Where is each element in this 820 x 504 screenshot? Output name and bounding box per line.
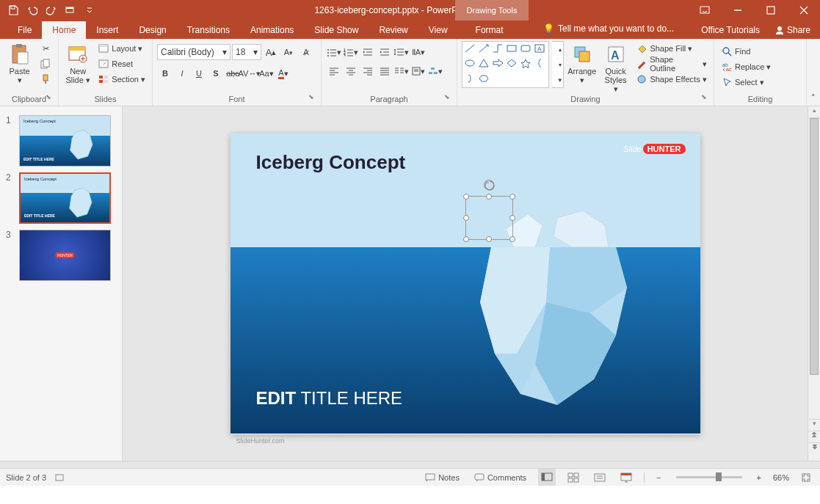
tab-home[interactable]: Home: [42, 21, 86, 39]
font-dialog-launcher[interactable]: ⬊: [308, 93, 319, 103]
char-spacing-button[interactable]: AV↔▾: [242, 65, 258, 81]
reset-button[interactable]: Reset: [95, 56, 148, 71]
qat-customize-button[interactable]: [81, 1, 98, 19]
line-spacing-button[interactable]: ▾: [393, 44, 410, 60]
resize-handle-n[interactable]: [486, 194, 492, 200]
scroll-thumb[interactable]: [810, 118, 819, 375]
slideshow-view-button[interactable]: [617, 469, 635, 486]
vertical-scrollbar[interactable]: ▴ ▾ ⯭ ⯯: [808, 106, 820, 461]
tab-format[interactable]: Format: [465, 21, 514, 39]
resize-handle-se[interactable]: [509, 236, 515, 242]
undo-button[interactable]: [23, 1, 41, 19]
tab-file[interactable]: File: [7, 21, 42, 39]
increase-indent-button[interactable]: [377, 44, 393, 60]
tab-transitions[interactable]: Transitions: [177, 21, 240, 39]
resize-handle-ne[interactable]: [509, 194, 515, 200]
resize-handle-e[interactable]: [509, 215, 515, 221]
sorter-view-button[interactable]: [565, 469, 582, 486]
office-tutorials-link[interactable]: Office Tutorials: [701, 25, 760, 35]
find-button[interactable]: Find: [719, 44, 802, 59]
clear-formatting-button[interactable]: A̷: [298, 44, 314, 60]
layout-button[interactable]: Layout ▾: [95, 41, 148, 56]
font-color-button[interactable]: A▾: [275, 65, 291, 81]
fit-to-window-button[interactable]: [798, 469, 814, 486]
numbering-button[interactable]: 123▾: [343, 44, 359, 60]
normal-view-button[interactable]: [538, 469, 556, 486]
slide-thumbnail-2[interactable]: Iceberg ConceptEDIT TITLE HERE: [19, 172, 111, 224]
language-indicator[interactable]: [55, 473, 64, 482]
tell-me-search[interactable]: 💡Tell me what you want to do...: [543, 23, 674, 34]
font-name-combo[interactable]: Calibri (Body)▾: [157, 44, 231, 60]
smartart-button[interactable]: ▾: [427, 63, 443, 79]
gallery-more-button[interactable]: ▼: [552, 73, 568, 87]
tab-view[interactable]: View: [418, 21, 458, 39]
align-text-button[interactable]: ▾: [410, 63, 427, 79]
quick-styles-button[interactable]: A QuickStyles ▾: [601, 41, 631, 95]
underline-button[interactable]: U: [191, 65, 207, 81]
minimize-button[interactable]: [721, 0, 754, 21]
shadow-button[interactable]: S: [208, 65, 224, 81]
slide-title-text[interactable]: Iceberg Concept: [256, 151, 406, 174]
shapes-gallery[interactable]: A: [462, 41, 549, 88]
justify-button[interactable]: [377, 63, 393, 79]
slide-counter[interactable]: Slide 2 of 3: [6, 473, 46, 482]
copy-button[interactable]: [37, 56, 54, 71]
slide-subtitle-text[interactable]: EDIT TITLE HERE: [256, 388, 403, 409]
rotation-handle[interactable]: [484, 180, 494, 190]
tab-animations[interactable]: Animations: [240, 21, 304, 39]
gallery-up-button[interactable]: ▴: [552, 42, 568, 56]
shape-fill-button[interactable]: Shape Fill ▾: [634, 41, 709, 56]
redo-button[interactable]: [43, 1, 60, 19]
align-left-button[interactable]: [326, 63, 342, 79]
shape-effects-button[interactable]: Shape Effects ▾: [634, 72, 709, 87]
collapse-ribbon-button[interactable]: ˄: [807, 39, 820, 106]
gallery-down-button[interactable]: ▾: [552, 57, 568, 72]
prev-slide-button[interactable]: ⯭: [808, 431, 820, 442]
ribbon-options-button[interactable]: [688, 0, 721, 21]
align-right-button[interactable]: [360, 63, 376, 79]
italic-button[interactable]: I: [174, 65, 190, 81]
columns-button[interactable]: ▾: [393, 63, 410, 79]
increase-font-button[interactable]: A▴: [263, 44, 279, 60]
align-center-button[interactable]: [343, 63, 359, 79]
new-slide-button[interactable]: NewSlide ▾: [63, 41, 92, 86]
replace-button[interactable]: abacReplace ▾: [719, 59, 802, 74]
share-button[interactable]: Share: [771, 23, 814, 37]
notes-splitter[interactable]: [0, 461, 820, 468]
zoom-in-button[interactable]: +: [754, 469, 764, 486]
next-slide-button[interactable]: ⯯: [808, 442, 820, 454]
tab-insert[interactable]: Insert: [86, 21, 128, 39]
resize-handle-s[interactable]: [486, 236, 492, 242]
bold-button[interactable]: B: [157, 65, 173, 81]
notes-button[interactable]: Notes: [422, 469, 462, 486]
slide-canvas[interactable]: Iceberg Concept SlideHUNTER EDIT TITLE H…: [123, 106, 808, 461]
zoom-out-button[interactable]: −: [653, 469, 664, 486]
tab-slideshow[interactable]: Slide Show: [304, 21, 369, 39]
shape-outline-button[interactable]: Shape Outline ▾: [634, 56, 709, 71]
paragraph-dialog-launcher[interactable]: ⬊: [444, 93, 454, 103]
section-button[interactable]: Section ▾: [95, 72, 148, 87]
selected-shape[interactable]: [465, 196, 513, 240]
maximize-button[interactable]: [754, 0, 787, 21]
comments-button[interactable]: Comments: [471, 469, 529, 486]
slide-thumbnail-3[interactable]: HUNTER: [19, 230, 111, 281]
select-button[interactable]: Select ▾: [719, 75, 802, 90]
paste-button[interactable]: Paste ▾: [4, 41, 35, 86]
clipboard-dialog-launcher[interactable]: ⬊: [46, 93, 56, 103]
resize-handle-nw[interactable]: [463, 194, 469, 200]
format-painter-button[interactable]: [37, 72, 54, 87]
resize-handle-sw[interactable]: [463, 236, 469, 242]
close-button[interactable]: [787, 0, 820, 21]
start-from-beginning-button[interactable]: [62, 1, 79, 19]
cut-button[interactable]: ✂: [37, 41, 54, 56]
decrease-font-button[interactable]: A▾: [280, 44, 297, 60]
font-size-combo[interactable]: 18▾: [232, 44, 261, 60]
resize-handle-w[interactable]: [463, 215, 469, 221]
zoom-percent[interactable]: 66%: [773, 473, 789, 482]
text-direction-button[interactable]: ⅡA▾: [410, 44, 427, 60]
drawing-dialog-launcher[interactable]: ⬊: [701, 93, 711, 103]
save-button[interactable]: [4, 1, 22, 19]
zoom-slider-thumb[interactable]: [716, 472, 722, 481]
change-case-button[interactable]: Aa▾: [258, 65, 275, 81]
arrange-button[interactable]: Arrange ▾: [567, 41, 598, 86]
